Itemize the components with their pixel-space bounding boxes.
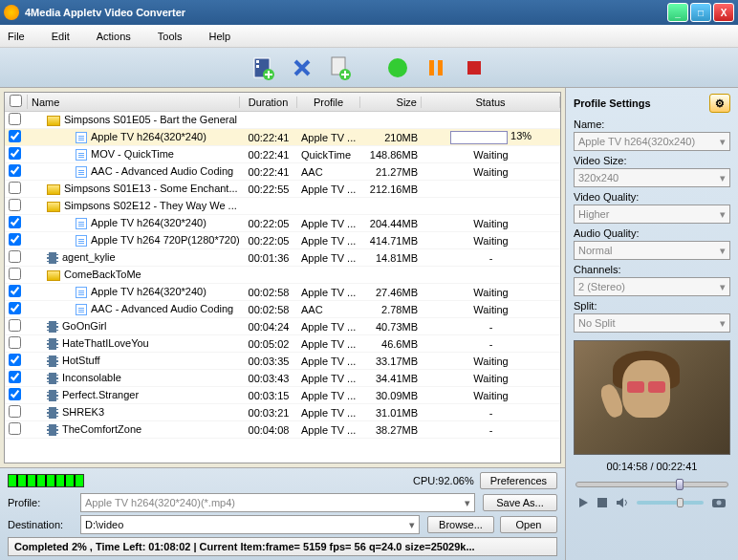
add-profile-button[interactable] [327,54,354,81]
table-row[interactable]: TheComfortZone00:04:08Apple TV ...38.27M… [5,421,560,439]
row-checkbox[interactable] [9,405,21,418]
menu-help[interactable]: Help [208,31,230,42]
row-checkbox[interactable] [9,371,21,383]
row-checkbox[interactable] [9,354,21,366]
video-preview [574,340,730,455]
table-row[interactable]: MOV - QuickTime00:22:41QuickTime148.86MB… [5,146,560,163]
table-row[interactable]: SHREK300:03:21Apple TV ...31.01MB- [5,404,560,421]
folder-icon [47,270,60,281]
snapshot-icon[interactable] [711,497,727,508]
stop-icon[interactable] [597,497,608,508]
destination-label: Destination: [8,519,80,530]
row-checkbox[interactable] [9,268,21,280]
table-row[interactable]: AAC - Advanced Audio Coding00:22:41AAC21… [5,163,560,181]
document-icon [76,287,87,298]
destination-combo[interactable]: D:\video [80,515,420,534]
videosize-field[interactable]: 320x240 [574,168,730,187]
row-checkbox[interactable] [9,113,21,125]
row-checkbox[interactable] [9,130,21,142]
table-row[interactable]: Inconsolable00:03:43Apple TV ...34.41MBW… [5,370,560,387]
row-checkbox[interactable] [9,199,21,211]
svg-point-6 [388,58,407,77]
menu-bar: File Edit Actions Tools Help [0,25,738,48]
film-icon [47,321,58,333]
table-row[interactable]: HateThatILoveYou00:05:02Apple TV ...46.6… [5,335,560,353]
table-row[interactable]: ComeBackToMe [5,267,560,284]
name-field[interactable]: Apple TV h264(320x240) [574,132,730,151]
channels-field[interactable]: 2 (Stereo) [574,277,730,296]
menu-edit[interactable]: Edit [52,31,70,42]
table-row[interactable]: Apple TV h264(320*240)00:02:58Apple TV .… [5,284,560,301]
audioquality-field[interactable]: Normal [574,241,730,260]
menu-tools[interactable]: Tools [158,31,183,42]
row-checkbox[interactable] [9,182,21,194]
row-checkbox[interactable] [9,388,21,400]
menu-actions[interactable]: Actions [97,31,131,42]
row-checkbox[interactable] [9,285,21,297]
table-row[interactable]: Simpsons S01E13 - Some Enchant...00:22:5… [5,181,560,198]
folder-icon [47,202,60,212]
document-icon [76,166,87,178]
col-checkbox[interactable] [5,95,28,109]
videoquality-field[interactable]: Higher [574,205,730,224]
title-bar: 4Media Appletv Video Converter _ □ X [0,0,738,25]
pause-button[interactable] [423,54,449,81]
open-button[interactable]: Open [500,516,557,533]
table-row[interactable]: AAC - Advanced Audio Coding00:02:58AAC2.… [5,301,560,318]
svg-rect-8 [438,60,443,75]
col-status[interactable]: Status [422,97,560,108]
document-icon [76,218,87,229]
col-profile[interactable]: Profile [297,97,360,108]
table-row[interactable]: Simpsons S02E12 - They Way We ... [5,198,560,215]
row-checkbox[interactable] [9,422,21,435]
volume-icon[interactable] [616,497,629,508]
maximize-button[interactable]: □ [690,3,711,22]
row-checkbox[interactable] [9,233,21,246]
preferences-button[interactable]: Preferences [480,472,557,489]
svg-rect-9 [467,61,481,75]
profile-combo[interactable]: Apple TV h264(320*240)(*.mp4) [80,493,475,512]
table-row[interactable]: Apple TV h264(320*240)00:22:41Apple TV .… [5,129,560,146]
seek-slider[interactable] [575,482,728,487]
table-row[interactable]: Apple TV h264(320*240)00:22:05Apple TV .… [5,215,560,232]
remove-button[interactable] [289,54,315,81]
document-icon [76,304,87,315]
menu-file[interactable]: File [8,31,25,42]
profile-settings-title: Profile Settings [574,97,651,109]
add-file-button[interactable] [250,54,277,81]
row-checkbox[interactable] [9,216,21,228]
volume-slider[interactable] [637,501,704,505]
file-grid[interactable]: Name Duration Profile Size Status Simpso… [4,92,561,463]
minimize-button[interactable]: _ [667,3,688,22]
close-button[interactable]: X [713,3,734,22]
film-icon [47,390,58,401]
stop-button[interactable] [461,54,488,81]
col-duration[interactable]: Duration [240,97,297,108]
table-row[interactable]: Simpsons S01E05 - Bart the General [5,112,560,129]
app-icon [4,5,19,20]
table-row[interactable]: Apple TV h264 720P(1280*720)00:22:05Appl… [5,232,560,249]
table-row[interactable]: GoOnGirl00:04:24Apple TV ...40.73MB- [5,318,560,335]
save-as-button[interactable]: Save As... [483,494,557,511]
row-checkbox[interactable] [9,164,21,177]
table-row[interactable]: agent_kylie00:01:36Apple TV ...14.81MB- [5,249,560,267]
col-name[interactable]: Name [28,97,240,108]
table-row[interactable]: Perfect.Stranger00:03:15Apple TV ...30.0… [5,387,560,404]
split-field[interactable]: No Split [574,313,730,333]
film-icon [47,373,58,384]
row-checkbox[interactable] [9,319,21,332]
row-checkbox[interactable] [9,250,21,263]
row-checkbox[interactable] [9,302,21,314]
start-button[interactable] [384,54,411,81]
browse-button[interactable]: Browse... [427,516,494,533]
svg-rect-1 [256,60,259,63]
videosize-label: Video Size: [574,155,730,166]
film-icon [47,252,58,264]
table-row[interactable]: HotStuff00:03:35Apple TV ...33.17MBWaiti… [5,353,560,370]
film-icon [47,424,58,436]
row-checkbox[interactable] [9,336,21,349]
play-icon[interactable] [577,497,589,508]
row-checkbox[interactable] [9,147,21,160]
col-size[interactable]: Size [360,97,422,108]
settings-gear-icon[interactable]: ⚙ [709,94,730,113]
